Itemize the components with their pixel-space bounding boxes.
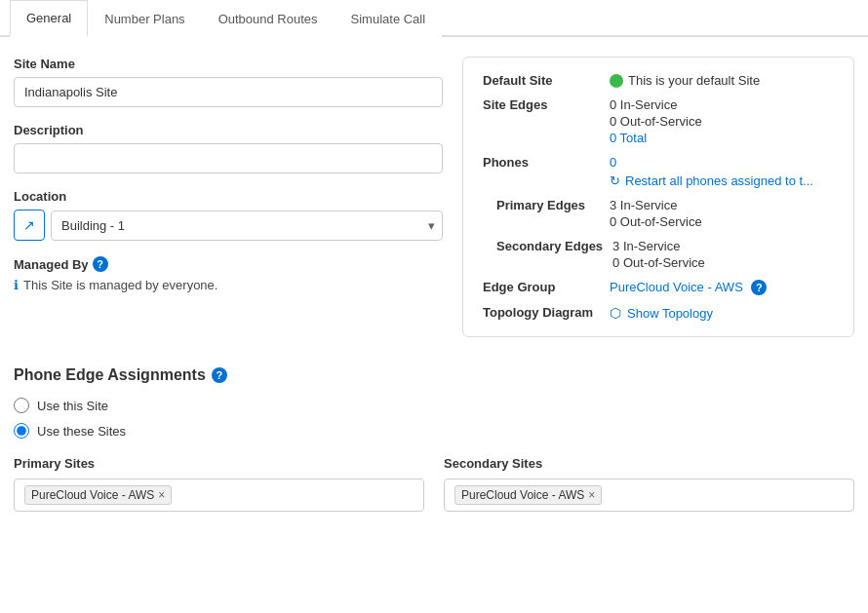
managed-by-label-row: Managed By ? xyxy=(14,256,443,272)
phones-row: Phones 0 ↻ Restart all phones assigned t… xyxy=(483,155,834,188)
phone-edge-radio-group: Use this Site Use these Sites xyxy=(14,398,854,439)
managed-by-text: Managed By xyxy=(14,257,89,272)
radio-use-this-site[interactable] xyxy=(14,398,29,413)
secondary-edges-key: Secondary Edges xyxy=(483,239,612,253)
description-label: Description xyxy=(14,123,443,137)
sites-row: Primary Sites PureCloud Voice - AWS × Se… xyxy=(14,456,854,512)
primary-site-tag-remove[interactable]: × xyxy=(158,489,165,501)
phone-edge-assignments-title: Phone Edge Assignments ? xyxy=(14,366,854,384)
bottom-section: Phone Edge Assignments ? Use this Site U… xyxy=(0,357,868,531)
radio-use-these-sites[interactable] xyxy=(14,423,29,439)
external-link-icon: ↗ xyxy=(23,217,35,233)
site-edges-in-service: 0 In-Service xyxy=(610,97,702,112)
phones-value-block: 0 ↻ Restart all phones assigned to t... xyxy=(610,155,813,188)
right-panel: Default Site This is your default Site S… xyxy=(462,57,854,337)
site-edges-row: Site Edges 0 In-Service 0 Out-of-Service… xyxy=(483,97,834,145)
site-edges-out-of-service: 0 Out-of-Service xyxy=(610,114,702,129)
restart-row[interactable]: ↻ Restart all phones assigned to t... xyxy=(610,173,813,188)
info-card: Default Site This is your default Site S… xyxy=(462,57,854,337)
tab-outbound-routes[interactable]: Outbound Routes xyxy=(202,0,335,37)
secondary-edges-out-of-service: 0 Out-of-Service xyxy=(612,255,705,270)
primary-sites-label: Primary Sites xyxy=(14,456,424,471)
location-select-wrapper: Building - 1 ▾ xyxy=(51,211,443,241)
restart-icon: ↻ xyxy=(610,173,620,188)
secondary-sites-label: Secondary Sites xyxy=(444,456,854,471)
primary-sites-input[interactable]: PureCloud Voice - AWS × xyxy=(14,479,424,512)
site-edges-value: 0 In-Service 0 Out-of-Service 0 Total xyxy=(610,97,702,145)
managed-by-group: Managed By ? ℹ This Site is managed by e… xyxy=(14,256,443,292)
radio-use-these-sites-label[interactable]: Use these Sites xyxy=(14,423,854,439)
phones-count-link[interactable]: 0 xyxy=(610,155,813,170)
primary-sites-col: Primary Sites PureCloud Voice - AWS × xyxy=(14,456,424,512)
secondary-site-tag-text: PureCloud Voice - AWS xyxy=(461,488,584,502)
left-panel: Site Name Description Location ↗ Buildin… xyxy=(14,57,443,337)
edge-group-row: Edge Group PureCloud Voice - AWS ? xyxy=(483,280,834,295)
topology-diagram-key: Topology Diagram xyxy=(483,305,610,320)
info-icon: ℹ xyxy=(14,278,19,292)
location-select[interactable]: Building - 1 xyxy=(51,211,443,241)
managed-by-value: This Site is managed by everyone. xyxy=(23,278,217,292)
green-dot-icon xyxy=(610,74,623,88)
secondary-site-tag: PureCloud Voice - AWS × xyxy=(454,485,602,505)
description-input[interactable] xyxy=(14,143,443,173)
description-group: Description xyxy=(14,123,443,173)
tab-general[interactable]: General xyxy=(10,0,88,37)
site-edges-key: Site Edges xyxy=(483,97,610,112)
tab-number-plans[interactable]: Number Plans xyxy=(88,0,201,37)
main-content: Site Name Description Location ↗ Buildin… xyxy=(0,37,868,357)
site-name-group: Site Name xyxy=(14,57,443,107)
phones-key: Phones xyxy=(483,155,610,170)
edge-group-help-icon[interactable]: ? xyxy=(751,280,767,295)
phone-edge-assignments-help-icon[interactable]: ? xyxy=(212,367,227,383)
site-name-input[interactable] xyxy=(14,77,443,107)
site-name-label: Site Name xyxy=(14,57,443,71)
secondary-edges-in-service: 3 In-Service xyxy=(612,239,705,253)
primary-edges-out-of-service: 0 Out-of-Service xyxy=(610,214,702,229)
primary-site-tag-text: PureCloud Voice - AWS xyxy=(31,488,154,502)
topology-icon: ⬡ xyxy=(610,305,621,321)
edge-group-value: PureCloud Voice - AWS ? xyxy=(610,280,767,295)
secondary-sites-col: Secondary Sites PureCloud Voice - AWS × xyxy=(444,456,854,512)
location-row: ↗ Building - 1 ▾ xyxy=(14,210,443,241)
secondary-sites-input[interactable]: PureCloud Voice - AWS × xyxy=(444,479,854,512)
radio-use-this-site-label[interactable]: Use this Site xyxy=(14,398,854,413)
primary-edges-key: Primary Edges xyxy=(483,198,610,212)
managed-by-help-icon[interactable]: ? xyxy=(93,256,108,272)
location-group: Location ↗ Building - 1 ▾ xyxy=(14,189,443,241)
default-site-row: Default Site This is your default Site xyxy=(483,73,834,88)
primary-edges-in-service: 3 In-Service xyxy=(610,198,702,212)
secondary-edges-row: Secondary Edges 3 In-Service 0 Out-of-Se… xyxy=(483,239,834,270)
default-site-value: This is your default Site xyxy=(610,73,760,88)
show-topology-text[interactable]: Show Topology xyxy=(627,306,713,321)
default-site-key: Default Site xyxy=(483,73,610,88)
topology-row: Topology Diagram ⬡ Show Topology xyxy=(483,305,834,321)
edge-group-key: Edge Group xyxy=(483,280,610,294)
site-edges-total-link[interactable]: 0 Total xyxy=(610,131,702,145)
radio-use-this-site-text: Use this Site xyxy=(37,399,108,413)
show-topology-link[interactable]: ⬡ Show Topology xyxy=(610,305,713,321)
secondary-site-tag-remove[interactable]: × xyxy=(588,489,595,501)
primary-edges-value: 3 In-Service 0 Out-of-Service xyxy=(610,198,702,229)
edge-group-link[interactable]: PureCloud Voice - AWS xyxy=(610,280,743,294)
primary-site-tag: PureCloud Voice - AWS × xyxy=(24,485,172,505)
phone-edge-assignments-text: Phone Edge Assignments xyxy=(14,366,206,384)
location-external-link-button[interactable]: ↗ xyxy=(14,210,45,241)
tab-simulate-call[interactable]: Simulate Call xyxy=(335,0,443,37)
primary-edges-row: Primary Edges 3 In-Service 0 Out-of-Serv… xyxy=(483,198,834,229)
location-label: Location xyxy=(14,189,443,204)
managed-by-info: ℹ This Site is managed by everyone. xyxy=(14,278,443,292)
topology-diagram-value: ⬡ Show Topology xyxy=(610,305,713,321)
radio-use-these-sites-text: Use these Sites xyxy=(37,424,126,439)
secondary-edges-value: 3 In-Service 0 Out-of-Service xyxy=(612,239,705,270)
tab-bar: General Number Plans Outbound Routes Sim… xyxy=(0,0,868,37)
restart-phones-link[interactable]: Restart all phones assigned to t... xyxy=(625,173,813,188)
default-site-text: This is your default Site xyxy=(628,73,760,88)
